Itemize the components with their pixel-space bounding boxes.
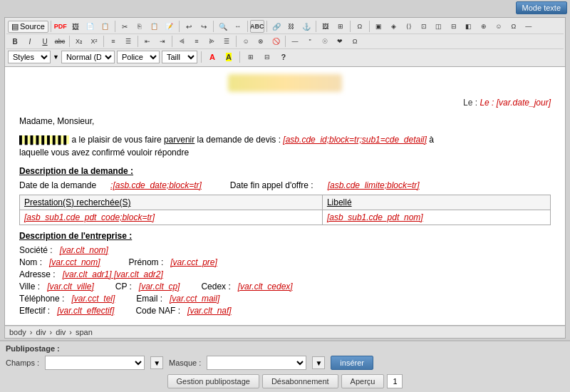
blockquote-button[interactable]: "	[303, 35, 317, 48]
gestion-publipostage-button[interactable]: Gestion publipostage	[167, 374, 259, 388]
smiley-button[interactable]: ☺	[239, 35, 253, 48]
superscript-button[interactable]: X²	[87, 35, 101, 48]
styles-select[interactable]: Styles	[8, 51, 51, 63]
special-btn-1[interactable]: ☉	[318, 35, 332, 48]
link-button[interactable]: 🔗	[269, 20, 284, 33]
image-button-3[interactable]: 📋	[98, 20, 113, 33]
separator-3	[179, 21, 180, 32]
unlink-button[interactable]: ⛓	[284, 20, 299, 33]
publipostage-fields-row: Champs : ▼ Masque : ▼ insérer	[6, 356, 564, 370]
source-button[interactable]: ▤ Source	[8, 21, 48, 33]
size-select[interactable]: Taill	[162, 51, 197, 63]
copy-icon: ⎘	[138, 23, 141, 30]
apercu-button[interactable]: Aperçu	[341, 374, 385, 388]
desabonnement-button[interactable]: Désabonnement	[262, 374, 338, 388]
italic-button[interactable]: I	[23, 35, 37, 48]
indent-button[interactable]: ⇥	[155, 35, 170, 48]
naf-var: [var.clt_naf]	[187, 306, 232, 316]
naf-label: Code NAF :	[135, 306, 180, 316]
highlight-button[interactable]: A	[222, 51, 236, 63]
undo-button[interactable]: ↩	[182, 20, 196, 33]
masque-select[interactable]	[207, 356, 306, 370]
align-center-button[interactable]: ≡	[190, 35, 204, 48]
extra-btn-10[interactable]: Ω	[507, 20, 521, 33]
extra-btn-9[interactable]: ☺	[492, 20, 506, 33]
effectif-var: [var.clt_effectif]	[57, 306, 114, 316]
find-button[interactable]: 🔍	[216, 20, 230, 33]
paste-text-button[interactable]: 📝	[162, 20, 177, 33]
ordered-list-button[interactable]: ≡	[106, 35, 120, 48]
align-left-button[interactable]: ⫷	[175, 35, 189, 48]
date-demande-label: Date de la demande	[19, 180, 96, 190]
redo-button[interactable]: ↪	[197, 20, 211, 33]
status-tag-span[interactable]: span	[76, 328, 93, 336]
champs-arrow-button[interactable]: ▼	[150, 356, 163, 369]
intro-text-4: à	[429, 135, 434, 145]
extra-icon-9: ☺	[495, 23, 502, 30]
status-tag-div2[interactable]: div	[56, 328, 66, 336]
extra-btn-5[interactable]: ◫	[432, 20, 446, 33]
strikethrough-button[interactable]: abc	[53, 35, 67, 48]
insert-special-button[interactable]: ⊞	[244, 51, 258, 63]
masque-arrow-button[interactable]: ▼	[312, 356, 325, 369]
table-button[interactable]: ⊞	[333, 20, 348, 33]
champs-select[interactable]	[45, 356, 145, 370]
special-char-button[interactable]: Ω	[353, 20, 367, 33]
separator-f5	[236, 36, 237, 47]
special-btn-2[interactable]: ❤	[333, 35, 347, 48]
style-btn-1[interactable]: 🚫	[269, 35, 283, 48]
extra-btn-3[interactable]: ⟨⟩	[402, 20, 416, 33]
bold-button[interactable]: B	[8, 35, 22, 48]
paste-button[interactable]: 📋	[147, 20, 162, 33]
image-button-2[interactable]: 📄	[83, 20, 98, 33]
align-center-icon: ≡	[195, 38, 198, 45]
anchor-button[interactable]: ⚓	[299, 20, 314, 33]
font-color-button[interactable]: A	[205, 51, 219, 63]
paragraph-select[interactable]: Normal (Dl	[61, 51, 115, 63]
publipostage-bar: Publipostage : Champs : ▼ Masque : ▼ ins…	[0, 340, 570, 392]
status-tag-body[interactable]: body	[9, 328, 26, 336]
pdf-button[interactable]: PDF	[53, 20, 68, 33]
help-button[interactable]: ?	[276, 51, 291, 63]
align-left-icon: ⫷	[179, 38, 185, 45]
indent-icon: ⇥	[160, 38, 165, 45]
replace-button[interactable]: ↔	[231, 20, 245, 33]
unordered-list-button[interactable]: ☰	[121, 35, 135, 48]
spellcheck-button[interactable]: ABC	[250, 20, 264, 33]
editor-content[interactable]: Le : Le : [var.date_jour] Madame, Monsie…	[5, 67, 565, 325]
table-icon: ⊞	[338, 23, 343, 30]
block-button[interactable]: ⊗	[254, 35, 268, 48]
societe-label: Société :	[19, 245, 53, 255]
status-tag-div1[interactable]: div	[36, 328, 46, 336]
extra-btn-7[interactable]: ◧	[462, 20, 476, 33]
extra-btn-2[interactable]: ◈	[387, 20, 401, 33]
underline-button[interactable]: U	[38, 35, 52, 48]
hr-button[interactable]: —	[288, 35, 302, 48]
font-color-icon: A	[209, 53, 215, 61]
superscript-icon: X²	[91, 38, 98, 45]
hr-icon: —	[292, 38, 299, 45]
nom-var: [var.cct_nom]	[49, 257, 100, 267]
extra-btn-1[interactable]: ▣	[372, 20, 386, 33]
extra-btn-8[interactable]: ⊕	[477, 20, 491, 33]
special-btn-3[interactable]: Ω	[348, 35, 362, 48]
copy-button[interactable]: ⎘	[133, 20, 147, 33]
mode-texte-button[interactable]: Mode texte	[516, 1, 567, 14]
styles-dropdown-icon[interactable]: ▼	[53, 53, 59, 61]
outdent-button[interactable]: ⇤	[140, 35, 155, 48]
insert-image-button[interactable]: 🖼	[318, 20, 333, 33]
extra-btn-4[interactable]: ⊡	[417, 20, 431, 33]
template-button[interactable]: ⊟	[260, 51, 274, 63]
separator-2	[115, 21, 115, 32]
image-button-1[interactable]: 🖼	[68, 20, 83, 33]
cut-button[interactable]: ✂	[118, 20, 132, 33]
extra-btn-6[interactable]: ⊟	[447, 20, 461, 33]
align-right-button[interactable]: ⫸	[204, 35, 219, 48]
intro-text-1: a le plaisir de vous faire	[72, 135, 164, 145]
inserer-button[interactable]: insérer	[331, 356, 373, 370]
font-select[interactable]: Police	[117, 51, 160, 63]
subscript-button[interactable]: X₂	[72, 35, 86, 48]
justify-button[interactable]: ☰	[219, 35, 234, 48]
tel-var: [var.cct_tel]	[71, 294, 115, 304]
extra-btn-11[interactable]: —	[522, 20, 536, 33]
